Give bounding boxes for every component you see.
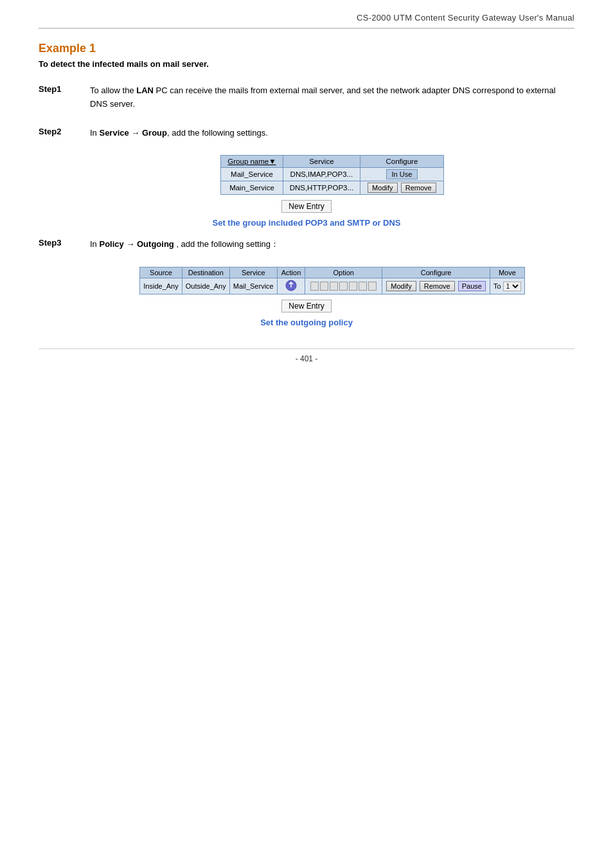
option-cell-7 <box>368 282 377 291</box>
option-cell-4 <box>339 282 348 291</box>
main-service-name: Main_Service <box>221 181 283 195</box>
in-use-button[interactable]: In Use <box>386 169 418 179</box>
step2-text-before: In <box>90 128 99 138</box>
option-cell-3 <box>330 282 338 291</box>
step2-row: Step2 In Service → Group, add the follow… <box>39 127 574 140</box>
main-service-value: DNS,HTTP,POP3... <box>283 181 360 195</box>
mail-service-name: Mail_Service <box>221 168 283 181</box>
policy-col-service: Service <box>229 267 277 278</box>
new-entry-row-2: New Entry <box>39 300 574 312</box>
col-configure: Configure <box>360 156 444 168</box>
policy-option <box>305 278 382 294</box>
step3-arrow: → <box>124 239 137 249</box>
action-allow-icon <box>285 280 297 291</box>
new-entry-button-2[interactable]: New Entry <box>281 300 331 312</box>
policy-table-row: Inside_Any Outside_Any Mail_Service <box>140 278 524 294</box>
policy-move: To 1 <box>490 278 524 294</box>
policy-service: Mail_Service <box>229 278 277 294</box>
step2-bold2: Group <box>142 128 167 138</box>
step2-content: In Service → Group, add the following se… <box>90 127 574 140</box>
policy-col-destination: Destination <box>182 267 229 278</box>
option-cell-2 <box>320 282 328 291</box>
policy-col-option: Option <box>305 267 382 278</box>
service-group-caption: Set the group included POP3 and SMTP or … <box>39 218 574 228</box>
step2-bold1: Service <box>99 128 129 138</box>
mail-service-value: DNS,IMAP,POP3... <box>283 168 360 181</box>
option-cell-6 <box>359 282 367 291</box>
service-group-section: Group name▼ Service Configure Mail_Servi… <box>90 155 574 195</box>
step1-bold1: LAN <box>136 86 154 95</box>
policy-pause-button[interactable]: Pause <box>458 281 486 291</box>
policy-source: Inside_Any <box>140 278 182 294</box>
move-select[interactable]: 1 <box>503 282 521 291</box>
step3-row: Step3 In Policy → Outgoing , add the fol… <box>39 238 574 251</box>
step1-text-before: To allow the <box>90 86 136 95</box>
table-row: Mail_Service DNS,IMAP,POP3... In Use <box>221 168 443 181</box>
example-title: Example 1 <box>39 42 574 55</box>
mail-service-configure: In Use <box>360 168 444 181</box>
step1-text-after: PC can receive the mails from external m… <box>90 86 556 109</box>
col-group-name[interactable]: Group name▼ <box>221 156 283 168</box>
step3-label: Step3 <box>39 238 90 248</box>
policy-remove-button[interactable]: Remove <box>420 281 455 291</box>
page-number: - 401 - <box>296 354 318 363</box>
step1-content: To allow the LAN PC can receive the mail… <box>90 84 574 111</box>
new-entry-row-1: New Entry <box>39 200 574 213</box>
modify-button[interactable]: Modify <box>368 183 397 193</box>
step2-arrow: → <box>129 128 142 138</box>
policy-destination: Outside_Any <box>182 278 229 294</box>
policy-col-action: Action <box>277 267 305 278</box>
main-service-configure: Modify Remove <box>360 181 444 195</box>
step3-text-after: , add the following setting： <box>174 239 279 249</box>
example-subtitle: To detect the infected mails on mail ser… <box>39 59 574 69</box>
step3-content: In Policy → Outgoing , add the following… <box>90 238 574 251</box>
policy-section: Source Destination Service Action Option… <box>90 267 574 294</box>
step3-bold2: Outgoing <box>137 239 174 249</box>
policy-col-source: Source <box>140 267 182 278</box>
option-cell-5 <box>349 282 357 291</box>
step3-bold1: Policy <box>99 239 123 249</box>
new-entry-button-1[interactable]: New Entry <box>281 200 331 213</box>
step3-text-before: In <box>90 239 99 249</box>
table-row: Main_Service DNS,HTTP,POP3... Modify Rem… <box>221 181 443 195</box>
remove-button[interactable]: Remove <box>401 183 436 193</box>
policy-col-configure: Configure <box>382 267 490 278</box>
policy-caption: Set the outgoing policy <box>39 318 574 327</box>
step2-label: Step2 <box>39 127 90 136</box>
col-service: Service <box>283 156 360 168</box>
policy-col-move: Move <box>490 267 524 278</box>
manual-title: CS-2000 UTM Content Security Gateway Use… <box>357 13 574 23</box>
step1-label: Step1 <box>39 84 90 94</box>
service-group-table: Group name▼ Service Configure Mail_Servi… <box>220 155 443 195</box>
policy-modify-button[interactable]: Modify <box>386 281 416 291</box>
page-header: CS-2000 UTM Content Security Gateway Use… <box>39 13 574 29</box>
policy-action <box>277 278 305 294</box>
page-footer: - 401 - <box>39 348 574 363</box>
step1-row: Step1 To allow the LAN PC can receive th… <box>39 84 574 111</box>
move-to-label: To <box>493 282 501 290</box>
option-cell-1 <box>310 282 319 291</box>
policy-configure: Modify Remove Pause <box>382 278 490 294</box>
step2-text-after: , add the following settings. <box>167 128 268 138</box>
policy-table: Source Destination Service Action Option… <box>139 267 524 294</box>
